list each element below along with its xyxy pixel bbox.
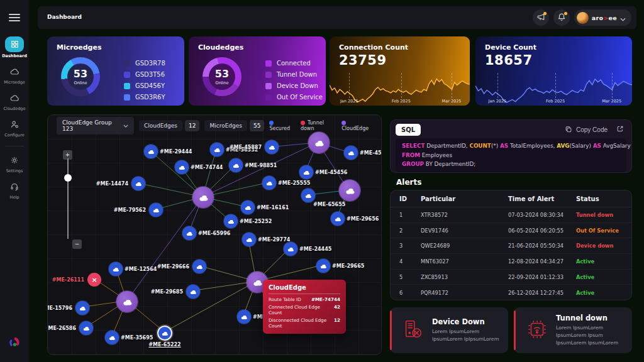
device-down-notice[interactable]: Device Down Lorem IpsumLorem IpsumLorem … bbox=[390, 307, 508, 353]
legend-label: Tunnel Down bbox=[277, 71, 317, 78]
sidebar-item-help[interactable]: Help bbox=[0, 182, 29, 200]
microedge-node-me-74744[interactable] bbox=[175, 160, 189, 174]
connection-count-card: Connection Count 23759 Jan 2025Feb 2025M… bbox=[330, 36, 470, 106]
alert-particular: ZXC85913 bbox=[421, 274, 508, 280]
microedge-node-me-29774[interactable] bbox=[242, 233, 256, 246]
donut-value: 53 bbox=[215, 68, 229, 80]
copy-code-button[interactable]: Copy Code bbox=[565, 126, 608, 134]
cloudedge-node-ce3[interactable] bbox=[339, 180, 360, 201]
sql-code-line: GROUP BY DepartmentID; bbox=[402, 160, 620, 169]
sidebar-item-label: Configure bbox=[0, 133, 29, 138]
node-label: #ME-35695 bbox=[121, 335, 153, 341]
sql-tab[interactable]: SQL bbox=[396, 124, 421, 136]
microedge-node-me-36685[interactable] bbox=[237, 310, 251, 324]
zoom-out-button[interactable]: − bbox=[72, 239, 82, 249]
alerts-title: Alerts bbox=[396, 178, 421, 187]
node-label: #ME-45969 bbox=[360, 150, 382, 156]
zoom-slider-handle[interactable] bbox=[64, 174, 72, 182]
sidebar-item-label: Help bbox=[0, 195, 29, 200]
card-title: Connection Count bbox=[339, 43, 408, 52]
node-label: #ME-29444 bbox=[160, 149, 192, 155]
alert-id: 4 bbox=[399, 258, 421, 265]
microedges-card: Microedges 53Online GSD3R78GSD3T56GSD456… bbox=[47, 36, 184, 106]
copy-icon bbox=[565, 126, 572, 134]
sidebar-item-cloudedge[interactable]: Cloudedge bbox=[0, 93, 29, 111]
cloudedge-group-select[interactable]: CloudEdge Group 123 bbox=[57, 117, 134, 134]
microedge-node-me-36332[interactable] bbox=[210, 143, 224, 156]
microedge-node-me-24445[interactable] bbox=[284, 242, 297, 256]
legend-item: GSD3R6Y bbox=[124, 94, 165, 101]
microedge-node-me-26111[interactable]: × bbox=[87, 273, 101, 287]
month-tick-label: Jan 2025 bbox=[489, 99, 507, 104]
microedge-node-me-29666[interactable] bbox=[192, 260, 206, 273]
microedge-node-me-65996[interactable] bbox=[182, 226, 196, 240]
notice-title: Tunnel down bbox=[556, 314, 626, 322]
notifications-button[interactable] bbox=[553, 9, 570, 26]
node-label: #ME-45887 bbox=[230, 145, 262, 150]
sidebar-item-microedge[interactable]: Microedge bbox=[0, 67, 29, 85]
microedge-node-me-29656[interactable] bbox=[331, 212, 345, 226]
microedge-node-me-45887[interactable] bbox=[265, 140, 279, 154]
microedges-donut-chart: 53Online bbox=[61, 57, 100, 96]
open-external-button[interactable] bbox=[616, 125, 624, 134]
cloudedge-node-ce4[interactable] bbox=[116, 291, 138, 312]
microedge-node-me-14474[interactable] bbox=[131, 177, 145, 190]
graph-legend: SecuredTunnel downCloudEdge bbox=[269, 120, 372, 131]
cloudedges-legend: ConnectedTunnel DownDevice DownOut Of Se… bbox=[265, 60, 323, 105]
legend-item: Tunnel Down bbox=[265, 71, 323, 78]
alert-row: 3QWE2468921-06-2024 05:50:34Device down bbox=[391, 238, 631, 254]
microedge-node-me-45456[interactable] bbox=[299, 165, 313, 179]
microedge-node-me-25252[interactable] bbox=[224, 214, 238, 228]
node-label: #ME-14474 bbox=[96, 181, 128, 187]
microedge-node-me-98851[interactable] bbox=[229, 158, 243, 172]
alerts-table-header: IDParticularTime of AlertStatus bbox=[391, 190, 631, 207]
cloudedges-card: Cloudedges 53Online ConnectedTunnel Down… bbox=[189, 36, 326, 106]
month-tick-label: Mar 2025 bbox=[442, 99, 462, 104]
sidebar-item-configure[interactable]: Configure bbox=[0, 119, 29, 138]
cloud-icon bbox=[9, 93, 20, 103]
brand-wordmark: aro>ee bbox=[592, 14, 617, 21]
tunnel-down-notice[interactable]: Tunnel down Lorem IpsumLorem IpsumLorem … bbox=[514, 307, 632, 353]
microedge-node-me-65655[interactable] bbox=[301, 189, 315, 202]
donut-label: Online bbox=[74, 80, 87, 85]
alert-id: 5 bbox=[399, 274, 421, 280]
announcements-button[interactable] bbox=[533, 9, 549, 26]
microedge-node-me-12564[interactable] bbox=[109, 262, 123, 276]
microedge-node-me-45969[interactable] bbox=[344, 146, 358, 160]
microedge-node-me-16161[interactable] bbox=[241, 200, 255, 214]
gear-icon bbox=[9, 155, 20, 165]
microedge-node-me-25555[interactable] bbox=[262, 176, 276, 190]
microedge-node-me-29444[interactable] bbox=[144, 145, 158, 158]
microedge-node-me-29665[interactable] bbox=[316, 259, 330, 273]
node-label: #ME-29665 bbox=[332, 263, 364, 269]
node-label: #ME-29685 bbox=[151, 289, 183, 295]
menu-toggle-button[interactable] bbox=[9, 14, 20, 21]
notice-title: Device Down bbox=[432, 317, 502, 326]
microedge-node-me-29685[interactable] bbox=[186, 285, 200, 299]
alert-status: Device down bbox=[576, 243, 623, 249]
alert-particular: MNT63027 bbox=[421, 258, 508, 265]
sql-code: SELECT DepartmentID, COUNT(*) AS TotalEm… bbox=[396, 138, 626, 172]
brand-logo-icon bbox=[9, 337, 20, 348]
notice-body: Lorem IpsumLorem IpsumLorem Ipsum IpsumL… bbox=[556, 324, 626, 346]
microedge-node-me-26586[interactable] bbox=[79, 321, 93, 335]
donut-value: 53 bbox=[74, 68, 87, 80]
alert-row: 2DEV9174606-05-2024 06:20:55Out Of Servi… bbox=[391, 223, 631, 239]
alerts-table: IDParticularTime of AlertStatus 1XTR3857… bbox=[390, 190, 632, 300]
microedge-node-me-15796[interactable] bbox=[75, 301, 89, 315]
microedge-node-me-35695[interactable] bbox=[105, 331, 119, 344]
cloudedge-node-ce1[interactable] bbox=[192, 187, 214, 208]
sidebar-item-dashboard[interactable]: Dashboard bbox=[0, 36, 29, 58]
top-bar: Dashboard aro>ee bbox=[38, 6, 636, 29]
tooltip-row: Disconnected Cloud Edge Count12 bbox=[269, 317, 340, 329]
user-menu[interactable]: aro>ee bbox=[574, 9, 631, 26]
column-header: Particular bbox=[421, 195, 508, 202]
sidebar-nav: DashboardMicroedgeCloudedgeConfigureSett… bbox=[0, 36, 29, 208]
alert-time: 12-08-2024 04:34:27 bbox=[508, 258, 576, 265]
zoom-control: + − bbox=[63, 148, 73, 160]
alert-status: Active bbox=[576, 290, 623, 296]
microedge-node-me-79562[interactable] bbox=[149, 203, 163, 217]
sidebar-item-settings[interactable]: Settings bbox=[0, 155, 29, 173]
microedge-node-me-65222[interactable] bbox=[157, 326, 172, 341]
node-label: #ME-24445 bbox=[299, 246, 331, 252]
